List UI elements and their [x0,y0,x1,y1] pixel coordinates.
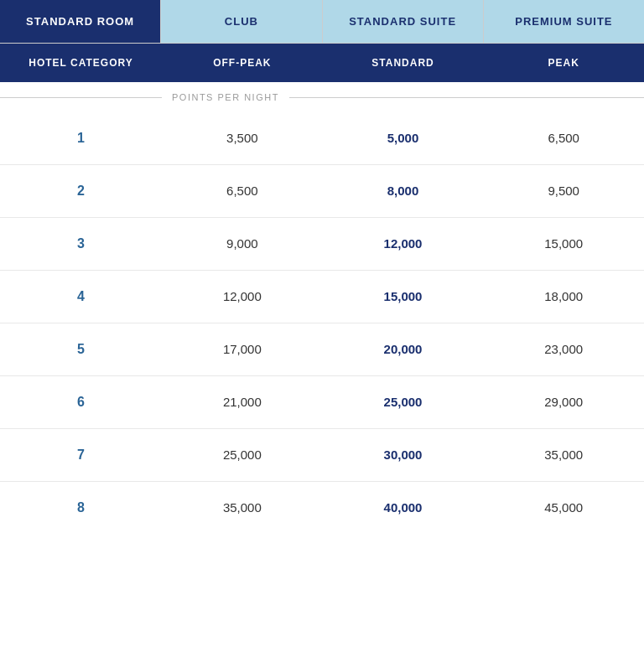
cell-standard-1: 5,000 [323,112,484,164]
tab-standard-room[interactable]: STANDARD ROOM [0,0,161,43]
cell-offpeak-7: 25,000 [162,429,323,481]
points-per-night-label: POINTS PER NIGHT [172,92,279,102]
tab-row: STANDARD ROOM CLUB STANDARD SUITE PREMIU… [0,0,644,44]
cell-peak-2: 9,500 [483,165,644,217]
cell-category-2: 2 [0,165,162,217]
tab-premium-suite-label: PREMIUM SUITE [515,15,612,28]
table-row: 26,5008,0009,500 [0,165,644,218]
cell-peak-6: 29,000 [483,376,644,428]
cell-standard-4: 15,000 [323,271,484,323]
col-header-category: HOTEL CATEGORY [0,44,162,82]
points-label-row: POINTS PER NIGHT [0,82,644,112]
tab-standard-suite[interactable]: STANDARD SUITE [323,0,484,43]
cell-peak-3: 15,000 [483,218,644,270]
cell-peak-1: 6,500 [483,112,644,164]
cell-category-5: 5 [0,323,162,375]
cell-category-1: 1 [0,112,162,164]
col-header-offpeak: OFF-PEAK [162,44,323,82]
cell-category-4: 4 [0,271,162,323]
tab-standard-room-label: STANDARD ROOM [26,15,134,28]
table-row: 621,00025,00029,000 [0,376,644,429]
cell-offpeak-6: 21,000 [162,376,323,428]
cell-standard-5: 20,000 [323,323,484,375]
col-header-peak: PEAK [483,44,644,82]
cell-category-6: 6 [0,376,162,428]
tab-club-label: CLUB [225,15,258,28]
table-row: 725,00030,00035,000 [0,429,644,482]
cell-peak-8: 45,000 [483,482,644,534]
cell-peak-5: 23,000 [483,323,644,375]
cell-offpeak-8: 35,000 [162,482,323,534]
table-row: 835,00040,00045,000 [0,482,644,534]
table-row: 517,00020,00023,000 [0,323,644,376]
cell-standard-6: 25,000 [323,376,484,428]
cell-offpeak-1: 3,500 [162,112,323,164]
table-row: 13,5005,0006,500 [0,112,644,165]
cell-offpeak-4: 12,000 [162,271,323,323]
cell-category-3: 3 [0,218,162,270]
table-row: 412,00015,00018,000 [0,271,644,323]
cell-peak-7: 35,000 [483,429,644,481]
cell-offpeak-3: 9,000 [162,218,323,270]
cell-offpeak-2: 6,500 [162,165,323,217]
cell-peak-4: 18,000 [483,271,644,323]
col-header-standard: STANDARD [323,44,484,82]
tab-club[interactable]: CLUB [161,0,322,43]
data-table: 13,5005,0006,50026,5008,0009,50039,00012… [0,112,644,534]
cell-standard-8: 40,000 [323,482,484,534]
column-headers: HOTEL CATEGORY OFF-PEAK STANDARD PEAK [0,44,644,82]
cell-standard-7: 30,000 [323,429,484,481]
tab-premium-suite[interactable]: PREMIUM SUITE [484,0,644,43]
cell-offpeak-5: 17,000 [162,323,323,375]
cell-standard-2: 8,000 [323,165,484,217]
cell-category-7: 7 [0,429,162,481]
table-row: 39,00012,00015,000 [0,218,644,271]
cell-standard-3: 12,000 [323,218,484,270]
cell-category-8: 8 [0,482,162,534]
tab-standard-suite-label: STANDARD SUITE [349,15,456,28]
